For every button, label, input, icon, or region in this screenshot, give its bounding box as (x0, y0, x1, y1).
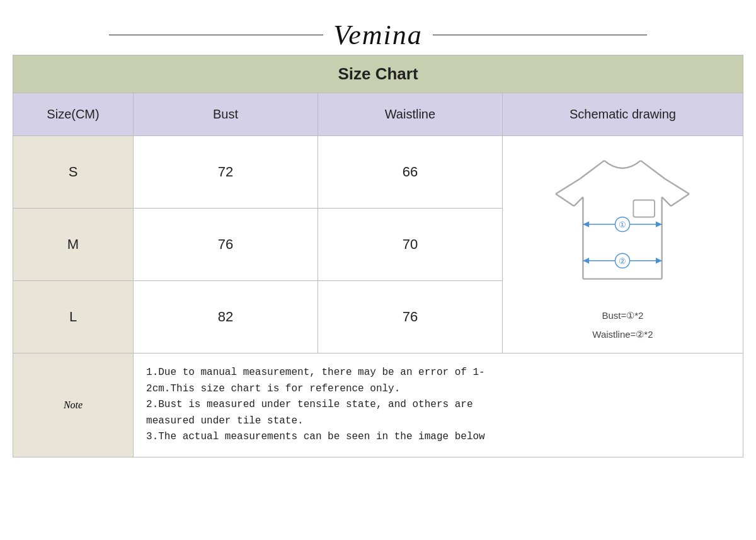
size-l: L (13, 281, 134, 353)
col-size: Size(CM) (13, 93, 134, 136)
size-table: Size Chart Size(CM) Bust Waistline Schem… (13, 55, 743, 457)
waistline-l: 76 (318, 281, 502, 353)
schematic-drawing-cell: ① ② Bust=①*2 Waistline=②*2 (502, 136, 743, 353)
waistline-s: 66 (318, 136, 502, 209)
schematic-labels: Bust=①*2 Waistline=②*2 (592, 306, 653, 344)
bust-m: 76 (134, 209, 318, 281)
bust-s: 72 (134, 136, 318, 209)
note-line-3: 3.The actual measurements can be seen in… (146, 431, 485, 442)
col-schematic: Schematic drawing (502, 93, 743, 136)
svg-marker-2 (583, 221, 590, 227)
col-bust: Bust (134, 93, 318, 136)
page-wrapper: Vemina Size Chart Size(CM) Bust Waistlin… (13, 13, 743, 457)
note-label: Note (13, 353, 134, 457)
table-row-note: Note 1.Due to manual measurement, there … (13, 353, 743, 457)
size-chart-title: Size Chart (13, 55, 743, 93)
svg-text:①: ① (619, 221, 626, 229)
svg-marker-8 (656, 258, 662, 264)
brand-line-left (109, 35, 323, 36)
waistline-m: 70 (318, 209, 502, 281)
bust-l: 82 (134, 281, 318, 353)
note-text: 1.Due to manual measurement, there may b… (134, 353, 743, 457)
svg-text:②: ② (619, 257, 626, 266)
svg-marker-3 (656, 221, 662, 227)
note-line-1: 1.Due to manual measurement, there may b… (146, 367, 485, 394)
size-s: S (13, 136, 134, 209)
table-header-row: Size Chart (13, 55, 743, 93)
formula-waistline: Waistline=②*2 (592, 325, 653, 344)
tshirt-svg: ① ② (541, 142, 704, 306)
brand-name: Vemina (323, 19, 433, 51)
col-waistline: Waistline (318, 93, 502, 136)
brand-line-right (433, 35, 647, 36)
column-header-row: Size(CM) Bust Waistline Schematic drawin… (13, 93, 743, 136)
note-line-2: 2.Bust is measured under tensile state, … (146, 399, 472, 427)
table-row-s: S 72 66 (13, 136, 743, 209)
schematic-container: ① ② Bust=①*2 Waistline=②*2 (503, 136, 743, 353)
brand-header: Vemina (13, 13, 743, 55)
formula-bust: Bust=①*2 (592, 306, 653, 325)
svg-marker-7 (583, 258, 590, 264)
size-m: M (13, 209, 134, 281)
svg-rect-0 (634, 200, 655, 217)
